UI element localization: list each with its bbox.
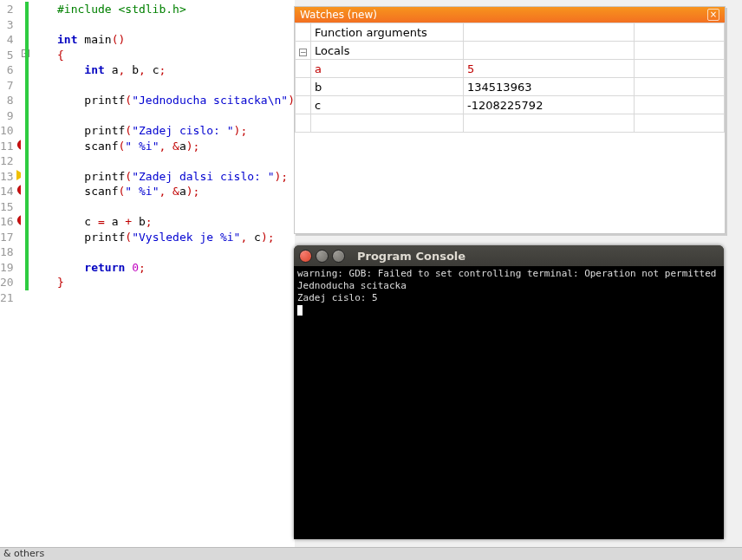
line-number: 11 [0, 139, 14, 154]
expander-icon[interactable]: − [299, 49, 307, 56]
code-line[interactable]: { [30, 48, 295, 63]
status-text: & others [3, 548, 44, 559]
status-bar: & others [0, 547, 742, 560]
line-number: 3 [0, 17, 14, 33]
code-line[interactable] [30, 199, 295, 215]
line-number: 5 [0, 48, 14, 63]
watch-extra [635, 96, 725, 114]
program-console-window[interactable]: Program Console warning: GDB: Failed to … [294, 245, 724, 539]
watches-table[interactable]: Function arguments−Locals a5 b134513963 … [295, 23, 725, 133]
watches-titlebar[interactable]: Watches (new) × [295, 7, 725, 23]
expand-cell [296, 60, 311, 78]
console-title-text: Program Console [357, 250, 465, 263]
code-line[interactable]: printf("Zadej cislo: "); [30, 123, 295, 139]
console-titlebar[interactable]: Program Console [294, 245, 724, 266]
watch-value: -1208225792 [464, 96, 635, 114]
line-number: 4 [0, 32, 14, 48]
code-line[interactable] [30, 78, 295, 94]
expand-cell [296, 78, 311, 96]
line-number: 7 [0, 78, 14, 94]
line-number: 20 [0, 275, 14, 290]
code-line[interactable] [30, 17, 295, 33]
window-minimize-icon[interactable] [316, 250, 329, 263]
code-line[interactable]: return 0; [30, 260, 295, 276]
code-line[interactable]: int main() [30, 32, 295, 48]
code-line[interactable]: } [30, 275, 295, 290]
watch-value: 134513963 [464, 78, 635, 96]
text-cursor [297, 305, 303, 316]
console-line: warning: GDB: Failed to set controlling … [297, 268, 720, 280]
watch-row[interactable] [296, 114, 725, 133]
watch-extra [635, 60, 725, 78]
watch-row[interactable]: −Locals [296, 42, 725, 60]
code-line[interactable] [30, 244, 295, 260]
code-line[interactable]: #include <stdlib.h> [30, 2, 295, 17]
line-number: 21 [0, 290, 14, 306]
expand-cell [296, 23, 311, 42]
line-number: 17 [0, 230, 14, 245]
code-editor[interactable]: 23456789101112131415161718192021 − #incl… [0, 0, 295, 547]
watch-name: Locals [311, 42, 464, 60]
watch-name: a [311, 60, 464, 78]
watch-extra [635, 42, 725, 60]
watches-panel[interactable]: Watches (new) × Function arguments−Local… [294, 6, 726, 234]
code-line[interactable] [30, 108, 295, 124]
line-number: 12 [0, 153, 14, 169]
watch-name [311, 114, 464, 133]
line-number: 2 [0, 2, 14, 17]
line-number: 8 [0, 93, 14, 108]
expand-cell [296, 114, 311, 133]
line-number: 16 [0, 214, 14, 230]
expand-cell[interactable]: − [296, 42, 311, 60]
line-number: 13 [0, 169, 14, 185]
watch-extra [635, 78, 725, 96]
watch-name: b [311, 78, 464, 96]
watch-value [464, 23, 635, 42]
code-line[interactable]: printf("Jednoducha scitacka\n") [30, 93, 295, 108]
watch-value: 5 [464, 60, 635, 78]
code-line[interactable]: int a, b, c; [30, 62, 295, 78]
watch-extra [635, 23, 725, 42]
line-number: 18 [0, 244, 14, 260]
watch-value [464, 42, 635, 60]
console-line: Jednoducha scitacka [297, 280, 720, 292]
window-close-icon[interactable] [299, 250, 312, 263]
code-line[interactable]: scanf(" %i", &a); [30, 139, 295, 154]
watch-value [464, 114, 635, 133]
console-line: Zadej cislo: 5 [297, 292, 720, 304]
line-number: 19 [0, 260, 14, 276]
watch-name: c [311, 96, 464, 114]
line-number: 15 [0, 199, 14, 215]
watch-row[interactable]: Function arguments [296, 23, 725, 42]
line-number: 10 [0, 123, 14, 139]
line-number: 14 [0, 184, 14, 199]
code-line[interactable]: scanf(" %i", &a); [30, 184, 295, 199]
code-line[interactable]: printf("Zadej dalsi cislo: "); [30, 169, 295, 185]
watch-row[interactable]: c-1208225792 [296, 96, 725, 114]
code-line[interactable] [30, 153, 295, 169]
line-number: 9 [0, 108, 14, 124]
line-number-gutter: 23456789101112131415161718192021 [0, 0, 17, 547]
code-line[interactable]: c = a + b; [30, 214, 295, 230]
window-maximize-icon[interactable] [332, 250, 345, 263]
code-area[interactable]: #include <stdlib.h> int main() { int a, … [27, 0, 295, 547]
watch-row[interactable]: a5 [296, 60, 725, 78]
watch-name: Function arguments [311, 23, 464, 42]
watches-title-text: Watches (new) [300, 9, 377, 21]
line-number: 6 [0, 62, 14, 78]
expand-cell [296, 96, 311, 114]
watch-row[interactable]: b134513963 [296, 78, 725, 96]
code-line[interactable] [30, 290, 295, 306]
console-output[interactable]: warning: GDB: Failed to set controlling … [294, 266, 724, 539]
watch-extra [635, 114, 725, 133]
close-icon[interactable]: × [707, 9, 719, 21]
code-line[interactable]: printf("Vysledek je %i", c); [30, 230, 295, 245]
